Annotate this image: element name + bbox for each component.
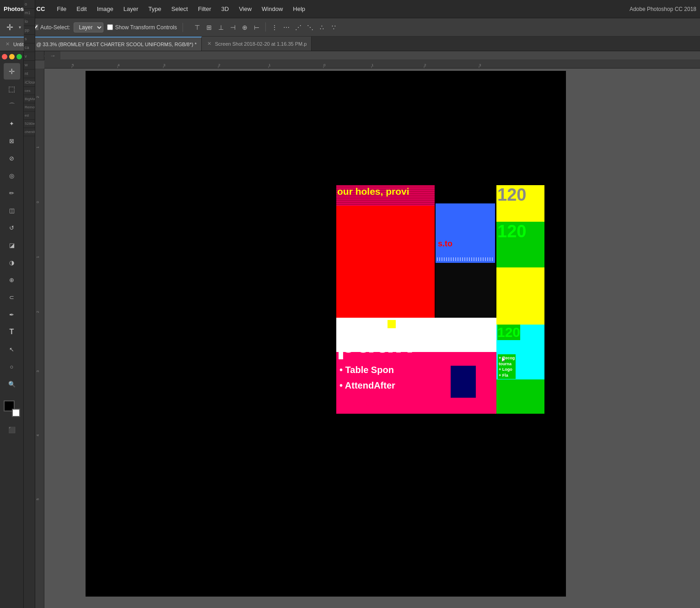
- align-horizontal-centers-icon[interactable]: ⊕: [240, 22, 250, 32]
- distribute-bottom-icon[interactable]: ⋰: [293, 22, 303, 32]
- dodge-icon: ⊂: [9, 294, 14, 301]
- show-transform-checkbox[interactable]: [107, 24, 113, 30]
- tool-eyedropper[interactable]: ⊘: [4, 150, 20, 166]
- move-icon: ✛: [9, 67, 15, 76]
- menu-edit[interactable]: Edit: [72, 4, 91, 14]
- menu-items: File Edit Image Layer Type Select Filter…: [52, 4, 310, 14]
- canvas-element-cyan-block: [496, 325, 544, 379]
- ruler-v-label-4b: 4: [36, 434, 40, 436]
- minimize-button[interactable]: [9, 54, 15, 59]
- left-panel-labels: o m1 lo pp s ca v w nt iCloud ces BigMan…: [24, 0, 35, 608]
- tool-gradient[interactable]: ◑: [4, 254, 20, 271]
- align-bottom-edges-icon[interactable]: ⊥: [216, 22, 226, 32]
- distribute-right-icon[interactable]: ∵: [329, 22, 339, 32]
- panel-label-remote: Remote: [24, 103, 35, 112]
- distribute-horiz-icon[interactable]: ∴: [317, 22, 327, 32]
- align-top-edges-icon[interactable]: ⊤: [192, 22, 202, 32]
- menu-type[interactable]: Type: [144, 4, 166, 14]
- align-right-edges-icon[interactable]: ⊢: [252, 22, 262, 32]
- panel-label-icloud: iCloud: [24, 78, 35, 87]
- pen-icon: ✒: [9, 311, 14, 318]
- ruler-v-label-3b: 3: [36, 370, 40, 372]
- show-transform-label[interactable]: Show Transform Controls: [107, 24, 177, 31]
- canvas-element-stripe-area: [336, 185, 435, 206]
- align-left-edges-icon[interactable]: ⊣: [228, 22, 238, 32]
- separator-2: [183, 23, 183, 32]
- menu-layer[interactable]: Layer: [119, 4, 143, 14]
- align-icons: ⊤ ⊞ ⊥ ⊣ ⊕ ⊢ ⋮ ⋯ ⋰ ⋱ ∴ ∵: [192, 22, 339, 32]
- menu-window[interactable]: Window: [257, 4, 287, 14]
- tool-zoom[interactable]: 🔍: [4, 376, 20, 392]
- spot-heal-icon: ◎: [9, 172, 14, 179]
- eraser-icon: ◪: [9, 242, 15, 249]
- menu-file[interactable]: File: [52, 4, 71, 14]
- history-brush-icon: ↺: [9, 224, 14, 231]
- ruler-vertical: 2 1 0 1 2 3 4 5: [35, 69, 44, 608]
- canvas-element-dark-block: [436, 263, 495, 318]
- forward-arrow-icon[interactable]: →: [50, 52, 56, 59]
- canvas-cursor: [502, 357, 506, 363]
- menu-view[interactable]: View: [234, 4, 256, 14]
- screen-mode-icon: ⬛: [8, 427, 16, 433]
- menu-3d[interactable]: 3D: [217, 4, 234, 14]
- distribute-top-icon[interactable]: ⋮: [269, 22, 280, 32]
- layer-dropdown[interactable]: Layer: [74, 22, 103, 32]
- menu-help[interactable]: Help: [288, 4, 310, 14]
- tool-dodge[interactable]: ⊂: [4, 289, 20, 305]
- tool-spot-heal[interactable]: ◎: [4, 167, 20, 184]
- tab-bar: ✕ Untitled-1 @ 33.3% (BROMLEY EAST CHART…: [0, 37, 700, 51]
- panel-label-nt: nt: [24, 69, 35, 78]
- menu-filter[interactable]: Filter: [194, 4, 216, 14]
- app-title: Adobe Photoshop CC 2018: [630, 6, 696, 12]
- tool-eraser[interactable]: ◪: [4, 237, 20, 253]
- window-controls: [2, 54, 22, 59]
- tool-wand[interactable]: ✦: [4, 115, 20, 132]
- tool-lasso[interactable]: ⌒: [4, 98, 20, 114]
- align-vertical-centers-icon[interactable]: ⊞: [204, 22, 214, 32]
- canvas-element-stripe-blue: [437, 257, 494, 261]
- maximize-button[interactable]: [16, 54, 22, 59]
- move-tool-icon: ✛: [5, 21, 15, 33]
- tool-crop[interactable]: ⊠: [4, 133, 20, 149]
- tool-screen-mode[interactable]: ⬛: [4, 421, 20, 438]
- main-area: ✛ ⬚ ⌒ ✦ ⊠ ⊘ ◎ ✏ ◫ ↺ ◪ ◑: [0, 51, 700, 608]
- background-color-swatch[interactable]: [12, 409, 20, 417]
- tab-document-2[interactable]: ✕ Screen Shot 2018-02-20 at 1.16.35 PM.p: [202, 37, 312, 51]
- color-swatch-area: [4, 400, 20, 417]
- canvas-area[interactable]: our holes, provi sor at • Party spo s.to…: [44, 69, 700, 608]
- menu-bar: Photoshop CC File Edit Image Layer Type …: [0, 0, 700, 18]
- separator-3: [265, 22, 266, 32]
- canvas-container: ← → 5 4 3 2 1 0 1 2 3: [35, 51, 700, 608]
- menu-image[interactable]: Image: [92, 4, 118, 14]
- tool-clone[interactable]: ◫: [4, 202, 20, 219]
- tab-document-1-label: Untitled-1 @ 33.3% (BROMLEY EAST CHARTER…: [13, 42, 197, 47]
- ruler-v-label-2b: 2: [36, 311, 40, 313]
- close-button[interactable]: [2, 54, 7, 59]
- tool-history-brush[interactable]: ↺: [4, 219, 20, 236]
- panel-label-s: s: [24, 35, 35, 43]
- tool-dropdown-arrow[interactable]: ▾: [19, 25, 21, 30]
- ruler-horizontal: 5 4 3 2 1 0 1 2 3: [44, 59, 700, 69]
- tool-move[interactable]: ✛: [4, 63, 20, 80]
- ruler-corner: [35, 51, 44, 60]
- close-tab-1-icon[interactable]: ✕: [5, 41, 11, 47]
- distribute-vert-icon[interactable]: ⋯: [281, 22, 291, 32]
- tool-shape[interactable]: ○: [4, 358, 20, 375]
- tool-blur[interactable]: ⊕: [4, 272, 20, 288]
- canvas-element-blue-block: [436, 203, 495, 263]
- distribute-left-icon[interactable]: ⋱: [305, 22, 315, 32]
- eyedropper-icon: ⊘: [9, 155, 14, 162]
- tool-brush[interactable]: ✏: [4, 185, 20, 201]
- canvas-element-yellow2-block: [496, 267, 544, 325]
- zoom-icon: 🔍: [8, 381, 16, 388]
- ruler-v-label-1b: 1: [36, 256, 40, 258]
- crop-icon: ⊠: [9, 138, 14, 144]
- tool-path-select[interactable]: ↖: [4, 341, 20, 357]
- tool-pen[interactable]: ✒: [4, 306, 20, 323]
- tool-text[interactable]: T: [4, 324, 20, 340]
- tool-marquee[interactable]: ⬚: [4, 80, 20, 97]
- ruler-v-label-5b: 5: [36, 498, 40, 500]
- menu-select[interactable]: Select: [167, 4, 192, 14]
- auto-select-label[interactable]: Auto-Select:: [32, 24, 70, 31]
- close-tab-2-icon[interactable]: ✕: [206, 41, 212, 47]
